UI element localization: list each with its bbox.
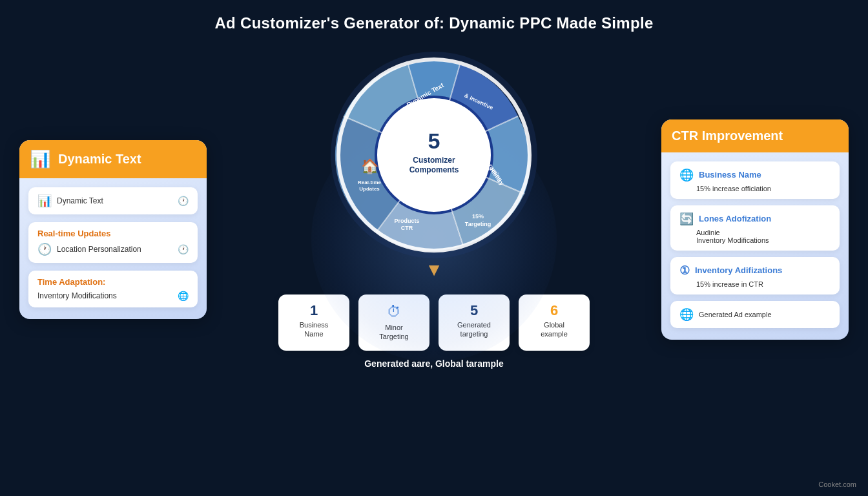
- right-card-2: 🔄 Lones Adofization AudinieInventory Mod…: [670, 205, 840, 251]
- right-card-1: 🌐 Business Name 15% increase officiation: [670, 161, 840, 199]
- left-card-text-3: Inventory Modifications: [37, 291, 172, 300]
- left-card-title-3: Time Adaptation:: [37, 277, 189, 287]
- svg-text:CTR: CTR: [401, 225, 413, 231]
- bottom-card-3: 5 Generatedtargeting: [439, 294, 510, 351]
- num-icon-r3: ①: [679, 264, 690, 278]
- bottom-card-4: 6 Globalexample: [519, 294, 590, 351]
- clock-icon-2: 🕐: [37, 242, 52, 256]
- page-container: Ad Customizer's Generator of: Dynamic PP…: [0, 0, 868, 413]
- right-card-title-2: 🔄 Lones Adofization: [679, 212, 831, 226]
- bottom-card-1: 1 BusinessName: [278, 294, 349, 351]
- left-card-3: Time Adaptation: Inventory Modifications…: [28, 271, 198, 307]
- bottom-card-2: ⏱ MinorTargeting: [358, 294, 429, 351]
- left-panel: 📊 Dynamic Text 📊 Dynamic Text 🕐 Real-tim…: [19, 140, 207, 319]
- right-card-row-4: 🌐 Generated Ad example: [679, 307, 831, 322]
- wheel-container: Dynamic Text & Incentive Targeting Histo…: [324, 45, 544, 265]
- svg-text:Customizer: Customizer: [413, 156, 455, 165]
- left-card-text-2: Location Personalization: [57, 245, 172, 254]
- left-card-row-1: 📊 Dynamic Text 🕐: [37, 194, 189, 208]
- bottom-card-label-4: Globalexample: [529, 320, 579, 339]
- center-area: Dynamic Text & Incentive Targeting Histo…: [207, 45, 661, 413]
- left-card-2: Real-time Updates 🕐 Location Personaliza…: [28, 222, 198, 263]
- svg-text:🏠: 🏠: [361, 158, 379, 175]
- svg-text:15%: 15%: [472, 213, 484, 220]
- right-card-4: 🌐 Generated Ad example: [670, 301, 840, 328]
- svg-text:Real-time: Real-time: [358, 180, 382, 185]
- right-panel: CTR Improvement 🌐 Business Name 15% incr…: [661, 119, 849, 340]
- svg-text:Products: Products: [394, 218, 419, 224]
- right-card-title-1: 🌐 Business Name: [679, 168, 831, 182]
- right-card-text-2: AudinieInventory Modifications: [696, 229, 831, 244]
- globe-icon-left: 🌐: [178, 291, 189, 301]
- left-panel-body: 📊 Dynamic Text 🕐 Real-time Updates 🕐 Loc…: [19, 178, 207, 319]
- bottom-card-label-2: MinorTargeting: [369, 323, 419, 342]
- bottom-card-num-3: 5: [449, 304, 499, 318]
- wheel-svg: Dynamic Text & Incentive Targeting Histo…: [324, 45, 544, 265]
- right-panel-header: CTR Improvement: [661, 119, 849, 152]
- globe-icon-r4: 🌐: [679, 307, 694, 322]
- bottom-card-num-4: 6: [529, 304, 579, 318]
- svg-text:Compoments: Compoments: [409, 165, 459, 174]
- globe-icon-r1: 🌐: [679, 168, 694, 182]
- right-panel-header-title: CTR Improvement: [672, 129, 783, 143]
- left-panel-header-title: Dynamic Text: [58, 152, 141, 167]
- left-card-row-3: Inventory Modifications 🌐: [37, 291, 189, 301]
- left-card-title-2: Real-time Updates: [37, 229, 189, 238]
- left-panel-header-icon: 📊: [30, 149, 50, 169]
- right-card-3: ① Inventory Adifizations 15% increase in…: [670, 257, 840, 294]
- right-card-text-1: 15% increase officiation: [696, 185, 831, 192]
- left-card-row-2: 🕐 Location Personalization 🕐: [37, 242, 189, 256]
- bottom-card-label-3: Generatedtargeting: [449, 320, 499, 339]
- bottom-card-num-1: 1: [289, 304, 339, 318]
- left-card-1: 📊 Dynamic Text 🕐: [28, 187, 198, 214]
- timer-icon: ⏱: [369, 304, 419, 320]
- svg-text:Updates: Updates: [359, 186, 380, 192]
- watermark: Cooket.com: [818, 480, 856, 488]
- bottom-cards: 1 BusinessName ⏱ MinorTargeting 5 Genera…: [278, 294, 590, 351]
- main-layout: 📊 Dynamic Text 📊 Dynamic Text 🕐 Real-tim…: [0, 39, 868, 413]
- svg-text:Targeting: Targeting: [465, 221, 491, 227]
- refresh-icon-r2: 🔄: [679, 212, 694, 226]
- clock-icon-3: 🕐: [178, 244, 189, 254]
- right-card-text-3: 15% increase in CTR: [696, 280, 831, 288]
- chart-icon: 📊: [37, 194, 52, 208]
- clock-icon-1: 🕐: [178, 196, 189, 206]
- right-card-title-3: ① Inventory Adifizations: [679, 264, 831, 278]
- left-panel-header: 📊 Dynamic Text: [19, 140, 207, 178]
- page-title: Ad Customizer's Generator of: Dynamic PP…: [0, 0, 868, 39]
- right-panel-body: 🌐 Business Name 15% increase officiation…: [661, 152, 849, 340]
- left-card-text-1: Dynamic Text: [57, 196, 172, 205]
- bottom-footer: Generated aare, Global tarample: [364, 358, 504, 369]
- svg-text:5: 5: [428, 129, 440, 153]
- right-card-text-4: Generated Ad example: [699, 311, 772, 318]
- bottom-card-label-1: BusinessName: [289, 320, 339, 339]
